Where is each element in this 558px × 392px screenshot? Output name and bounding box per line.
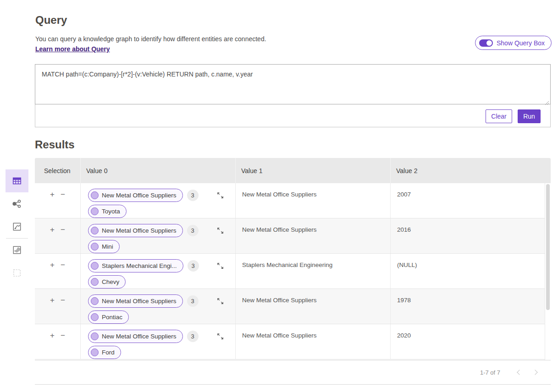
run-button[interactable]: Run — [518, 109, 541, 123]
remove-selection-button[interactable]: − — [61, 226, 65, 234]
entity-pill-label: Pontiac — [102, 314, 122, 321]
column-header-value0: Value 0 — [81, 158, 236, 183]
link-chart-view-button[interactable] — [6, 192, 28, 215]
pagination-prev-button[interactable] — [514, 367, 525, 378]
entity-dot-icon — [91, 278, 99, 286]
entity-pill[interactable]: Chevy — [88, 275, 126, 289]
table-row: + − New Metal Office Suppliers 3 — [35, 218, 545, 254]
expand-icon[interactable] — [216, 297, 224, 305]
value1-cell: New Metal Office Suppliers — [236, 218, 391, 253]
map-view-button[interactable] — [6, 239, 28, 261]
toggle-switch-icon[interactable] — [479, 39, 493, 47]
table-footer: 1-7 of 7 — [35, 360, 551, 385]
table-view-button[interactable] — [6, 169, 28, 192]
clear-button[interactable]: Clear — [486, 109, 512, 123]
table-row: + − New Metal Office Suppliers 3 — [35, 324, 545, 359]
expand-icon[interactable] — [216, 191, 224, 199]
entity-pill[interactable]: New Metal Office Suppliers — [88, 189, 183, 202]
page-description: You can query a knowledge graph to ident… — [35, 35, 266, 43]
table-scrollbar[interactable] — [545, 183, 551, 360]
add-selection-button[interactable]: + — [50, 261, 55, 269]
entity-pill-label: Toyota — [102, 208, 120, 215]
column-header-value2: Value 2 — [391, 158, 551, 183]
query-editor-panel: MATCH path=(c:Company)-[r*2]-(v:Vehicle)… — [35, 64, 551, 127]
entity-pill-label: New Metal Office Suppliers — [102, 192, 177, 199]
new-view-icon — [12, 268, 22, 278]
path-count-badge: 3 — [187, 331, 199, 342]
view-switcher-sidebar — [6, 169, 28, 284]
add-selection-button[interactable]: + — [50, 226, 55, 234]
show-query-box-toggle[interactable]: Show Query Box — [475, 36, 552, 50]
toggle-label: Show Query Box — [497, 39, 545, 47]
expand-icon[interactable] — [216, 262, 224, 270]
value2-cell: 2020 — [391, 324, 545, 359]
value1-cell: New Metal Office Suppliers — [236, 183, 391, 218]
pagination-next-button[interactable] — [530, 367, 541, 378]
path-count-badge: 3 — [188, 260, 199, 272]
add-selection-button[interactable]: + — [50, 332, 55, 339]
value2-cell: 2016 — [391, 218, 545, 253]
entity-pill[interactable]: Ford — [88, 346, 121, 359]
entity-pill-label: New Metal Office Suppliers — [102, 298, 177, 305]
expand-icon[interactable] — [216, 227, 224, 234]
pagination-range-label: 1-7 of 7 — [480, 369, 500, 376]
results-table: Selection Value 0 Value 1 Value 2 + − — [35, 158, 551, 385]
column-header-value1: Value 1 — [236, 158, 391, 183]
learn-more-link[interactable]: Learn more about Query — [35, 45, 110, 53]
path-count-badge: 3 — [187, 225, 199, 236]
query-input[interactable]: MATCH path=(c:Company)-[r*2]-(v:Vehicle)… — [35, 64, 551, 104]
chart-view-icon — [12, 222, 22, 232]
table-scrollbar-thumb[interactable] — [546, 184, 550, 310]
entity-pill-label: Mini — [102, 243, 113, 250]
link-chart-view-icon — [12, 199, 22, 209]
table-header-row: Selection Value 0 Value 1 Value 2 — [35, 158, 551, 183]
chevron-right-icon — [532, 370, 537, 375]
value1-cell: New Metal Office Suppliers — [236, 289, 391, 324]
page-title: Query — [35, 14, 67, 27]
entity-pill-label: Ford — [102, 349, 115, 356]
results-title: Results — [35, 138, 75, 151]
entity-dot-icon — [91, 227, 99, 234]
query-page: Query You can query a knowledge graph to… — [0, 0, 558, 392]
entity-dot-icon — [91, 313, 99, 321]
add-selection-button[interactable]: + — [50, 191, 55, 198]
entity-pill[interactable]: Toyota — [88, 205, 127, 218]
remove-selection-button[interactable]: − — [61, 261, 65, 269]
chart-view-button[interactable] — [6, 215, 28, 238]
entity-pill-label: Chevy — [102, 278, 119, 285]
value2-cell: 1978 — [391, 289, 545, 324]
new-view-button[interactable] — [6, 261, 28, 284]
entity-dot-icon — [91, 262, 99, 270]
table-row: + − New Metal Office Suppliers 3 — [35, 289, 545, 324]
column-header-selection: Selection — [35, 158, 81, 183]
entity-pill[interactable]: New Metal Office Suppliers — [88, 224, 183, 237]
chevron-left-icon — [517, 370, 522, 375]
remove-selection-button[interactable]: − — [61, 296, 65, 304]
entity-pill[interactable]: New Metal Office Suppliers — [88, 294, 183, 308]
entity-pill[interactable]: Pontiac — [88, 310, 129, 324]
path-count-badge: 3 — [187, 190, 199, 201]
entity-pill[interactable]: New Metal Office Suppliers — [88, 330, 183, 343]
value1-cell: New Metal Office Suppliers — [236, 324, 391, 359]
expand-icon[interactable] — [216, 332, 224, 340]
entity-pill-label: New Metal Office Suppliers — [102, 227, 177, 234]
entity-dot-icon — [91, 348, 99, 356]
table-body: + − New Metal Office Suppliers 3 — [35, 183, 551, 360]
table-row: + − Staplers Mechanical Engi... 3 — [35, 254, 545, 289]
path-count-badge: 3 — [187, 295, 199, 307]
entity-dot-icon — [91, 191, 99, 199]
entity-pill-label: New Metal Office Suppliers — [102, 333, 177, 340]
remove-selection-button[interactable]: − — [61, 332, 65, 339]
remove-selection-button[interactable]: − — [61, 191, 65, 198]
add-selection-button[interactable]: + — [50, 296, 55, 304]
value2-cell: 2007 — [391, 183, 545, 218]
value2-cell: (NULL) — [391, 254, 545, 289]
query-actions: Clear Run — [486, 109, 541, 123]
table-row: + − New Metal Office Suppliers 3 — [35, 183, 545, 218]
entity-pill[interactable]: Staplers Mechanical Engi... — [88, 259, 183, 272]
map-view-icon — [12, 245, 22, 255]
entity-pill-label: Staplers Mechanical Engi... — [102, 262, 177, 269]
resize-grip-icon[interactable] — [544, 98, 549, 107]
entity-dot-icon — [91, 243, 99, 250]
entity-pill[interactable]: Mini — [88, 240, 120, 253]
